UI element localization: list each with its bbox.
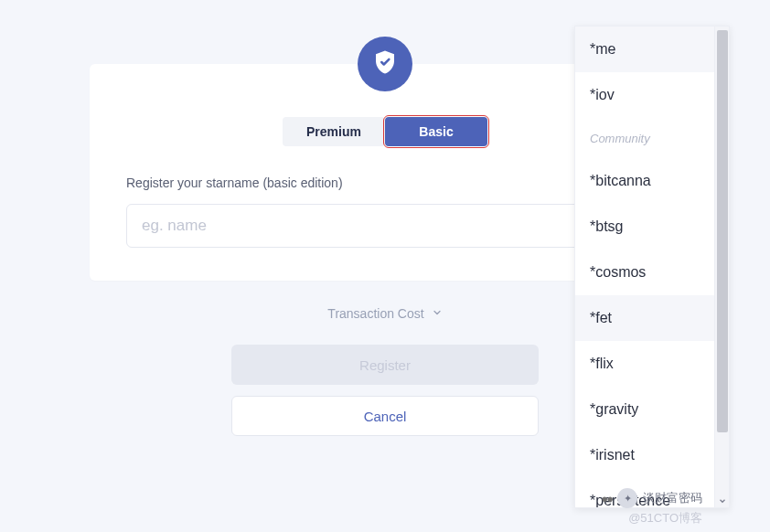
register-prompt: Register your starname (basic edition)	[126, 176, 343, 190]
shield-check-icon	[371, 48, 399, 80]
dropdown-list: *me*iovCommunity*bitcanna*btsg*cosmos*fe…	[575, 27, 714, 507]
avatar-icon: ✦	[617, 488, 637, 508]
register-button[interactable]: Register	[231, 345, 539, 385]
watermark-top: ●● ✦ 谈财富密码	[601, 488, 702, 508]
dropdown-item[interactable]: *iov	[575, 72, 714, 118]
scrollbar[interactable]	[714, 27, 729, 507]
shield-badge	[358, 37, 412, 91]
tab-premium[interactable]: Premium	[283, 117, 385, 146]
scroll-down-icon[interactable]	[715, 495, 729, 507]
chevron-down-icon	[432, 306, 443, 321]
watermark-top-text: 谈财富密码	[643, 490, 702, 506]
dropdown-item[interactable]: *irisnet	[575, 432, 714, 478]
cost-label: Transaction Cost	[327, 306, 423, 321]
dropdown-item[interactable]: *btsg	[575, 204, 714, 250]
tab-basic[interactable]: Basic	[385, 117, 487, 146]
scrollbar-thumb[interactable]	[717, 30, 728, 432]
dropdown-item[interactable]: *bitcanna	[575, 158, 714, 204]
watermark-bottom-text: @51CTO博客	[628, 510, 702, 527]
dropdown-item[interactable]: *fet	[575, 295, 714, 341]
dropdown-section-header: Community	[575, 118, 714, 158]
dropdown-item[interactable]: *flix	[575, 341, 714, 387]
register-prompt-row: Register your starname (basic edition) H	[126, 174, 644, 191]
starname-input[interactable]	[126, 204, 644, 248]
dropdown-item[interactable]: *cosmos	[575, 250, 714, 295]
dropdown-item[interactable]: *gravity	[575, 387, 714, 432]
wechat-icon: ●●	[601, 492, 612, 505]
domain-dropdown[interactable]: *me*iovCommunity*bitcanna*btsg*cosmos*fe…	[574, 26, 730, 508]
dropdown-item[interactable]: *me	[575, 27, 714, 72]
cancel-button[interactable]: Cancel	[231, 396, 539, 436]
watermark: ●● ✦ 谈财富密码 @51CTO博客	[601, 488, 702, 527]
